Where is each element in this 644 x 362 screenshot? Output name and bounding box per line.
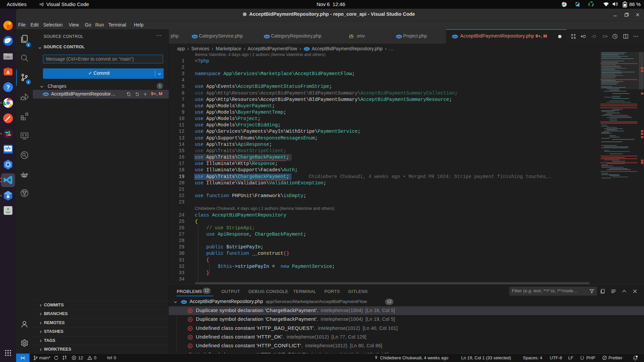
svg-text:php: php xyxy=(397,35,401,38)
svg-text:php: php xyxy=(265,35,269,38)
svg-text:php: php xyxy=(305,48,309,50)
svg-text:?: ? xyxy=(6,84,10,91)
svg-text:php: php xyxy=(193,35,197,38)
svg-text:php: php xyxy=(44,93,48,95)
svg-text:php: php xyxy=(453,35,457,38)
svg-text:A: A xyxy=(6,70,10,75)
